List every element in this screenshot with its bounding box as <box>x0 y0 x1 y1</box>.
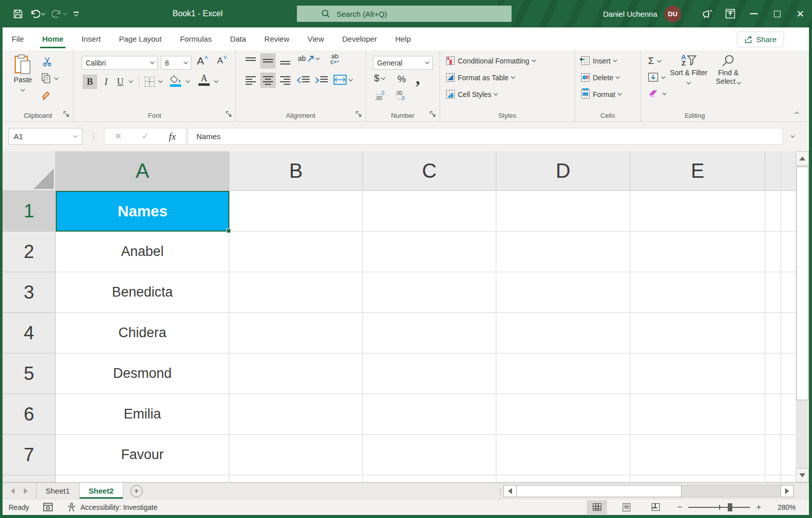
cell-c7[interactable] <box>363 435 496 475</box>
column-header-d[interactable]: D <box>496 151 630 191</box>
align-left-button[interactable] <box>245 76 256 85</box>
column-header-b[interactable]: B <box>229 151 363 191</box>
close-button[interactable]: ✕ <box>789 0 812 27</box>
cell-d8-partial[interactable] <box>496 475 630 482</box>
bottom-align-button[interactable] <box>280 56 291 66</box>
comma-style-button[interactable]: , <box>416 69 420 88</box>
fill-dropdown-icon[interactable] <box>661 74 665 78</box>
insert-function-button[interactable]: fx <box>169 131 176 142</box>
cell-d2[interactable] <box>496 232 630 272</box>
cell-a4[interactable]: Chidera <box>56 313 229 353</box>
cell-b5[interactable] <box>229 353 363 394</box>
share-button[interactable]: Share <box>737 31 784 47</box>
row-header-4[interactable]: 4 <box>3 313 56 353</box>
clipboard-dialog-launcher[interactable] <box>63 111 71 118</box>
collapse-ribbon-button[interactable] <box>795 112 799 116</box>
cell-a5[interactable]: Desmond <box>56 353 229 394</box>
accounting-dropdown-icon[interactable] <box>381 75 385 79</box>
clear-button[interactable] <box>648 89 666 98</box>
undo-button[interactable] <box>30 9 45 18</box>
cell-c5[interactable] <box>363 353 496 394</box>
cell-a6[interactable]: Emilia <box>56 394 229 435</box>
row-header-6[interactable]: 6 <box>3 394 56 435</box>
font-size-select[interactable]: 8 <box>161 56 191 70</box>
cell-b2[interactable] <box>229 232 363 272</box>
orientation-button[interactable]: ab <box>298 54 319 62</box>
cell-c3[interactable] <box>363 272 496 313</box>
cell-d5[interactable] <box>496 353 630 394</box>
autosum-button[interactable]: Σ <box>648 55 661 67</box>
minimize-button[interactable] <box>742 0 765 27</box>
customize-qat-button[interactable] <box>74 12 79 16</box>
sort-filter-button[interactable]: AZ Sort & Filter <box>669 54 708 86</box>
decrease-font-size-button[interactable]: A˅ <box>217 56 227 66</box>
find-select-button[interactable]: Find & Select <box>710 54 747 86</box>
bold-button[interactable]: B <box>83 75 97 89</box>
paste-dropdown-icon[interactable] <box>21 87 25 91</box>
cell-d4[interactable] <box>496 313 630 353</box>
horizontal-scrollbar-thumb[interactable] <box>517 485 682 497</box>
cell-e5[interactable] <box>630 353 765 394</box>
row-header-7[interactable]: 7 <box>3 435 56 475</box>
format-cells-button[interactable]: Format <box>581 90 621 99</box>
cell-e6[interactable] <box>630 394 765 435</box>
tab-file[interactable]: File <box>3 27 33 50</box>
cell-d7[interactable] <box>496 435 630 475</box>
cell-e2[interactable] <box>630 232 765 272</box>
borders-button[interactable] <box>145 77 155 87</box>
format-as-table-button[interactable]: Format as Table <box>446 73 515 82</box>
tab-home[interactable]: Home <box>33 27 73 50</box>
row-header-5[interactable]: 5 <box>3 353 56 394</box>
zoom-out-button[interactable]: − <box>677 502 682 512</box>
column-header-e[interactable]: E <box>630 151 765 191</box>
cell-a8-partial[interactable] <box>56 475 229 482</box>
horizontal-scrollbar[interactable] <box>503 485 794 497</box>
underline-dropdown-icon[interactable] <box>129 79 133 83</box>
cell-d6[interactable] <box>496 394 630 435</box>
format-painter-button[interactable] <box>41 90 52 101</box>
decrease-indent-button[interactable] <box>297 76 310 85</box>
cell-b3[interactable] <box>229 272 363 313</box>
scroll-down-button[interactable] <box>796 468 809 482</box>
next-sheet-button[interactable] <box>24 488 28 494</box>
fill-color-dropdown-icon[interactable] <box>186 79 190 83</box>
fill-button[interactable] <box>648 73 665 82</box>
cell-a1-selected[interactable]: Names <box>56 191 229 232</box>
autosum-dropdown-icon[interactable] <box>657 58 661 62</box>
user-name[interactable]: Daniel Uchenna <box>603 10 657 18</box>
align-right-button[interactable] <box>280 76 291 85</box>
view-page-layout-button[interactable] <box>616 500 636 514</box>
zoom-level[interactable]: 280% <box>772 503 796 511</box>
fill-color-button[interactable] <box>170 75 182 87</box>
increase-indent-button[interactable] <box>315 76 328 85</box>
tab-formulas[interactable]: Formulas <box>171 27 221 50</box>
cell-e7[interactable] <box>630 435 765 475</box>
sheet-tab-sheet1[interactable]: Sheet1 <box>37 483 80 499</box>
tab-review[interactable]: Review <box>255 27 298 50</box>
decrease-decimal-button[interactable]: .00 →.0 <box>395 91 404 101</box>
column-header-a[interactable]: A <box>56 151 229 191</box>
sheet-tab-sheet2[interactable]: Sheet2 <box>80 483 123 499</box>
prev-sheet-button[interactable] <box>11 488 15 494</box>
cell-b4[interactable] <box>229 313 363 353</box>
row-header-3[interactable]: 3 <box>3 272 56 313</box>
horizontal-scrollbar-track[interactable] <box>682 485 781 497</box>
merge-center-button[interactable] <box>333 75 352 85</box>
font-color-dropdown-icon[interactable] <box>214 79 218 83</box>
center-button[interactable] <box>260 73 276 88</box>
undo-dropdown-icon[interactable] <box>41 11 45 15</box>
copy-button[interactable] <box>41 73 58 84</box>
avatar[interactable]: DU <box>664 6 681 22</box>
accessibility-status[interactable]: Accessibility: Investigate <box>67 503 157 512</box>
increase-decimal-button[interactable]: ←.0 .00 <box>375 91 384 101</box>
view-normal-button[interactable] <box>587 500 607 514</box>
cell-d1[interactable] <box>496 191 630 232</box>
tab-page-layout[interactable]: Page Layout <box>110 27 171 50</box>
cell-e3[interactable] <box>630 272 765 313</box>
insert-cells-button[interactable]: Insert <box>581 56 617 65</box>
new-sheet-button[interactable]: + <box>130 485 143 497</box>
tab-developer[interactable]: Developer <box>333 27 386 50</box>
enter-button[interactable]: ✓ <box>142 131 149 142</box>
middle-align-button[interactable] <box>260 53 276 69</box>
font-family-select[interactable]: Calibri <box>82 56 158 70</box>
